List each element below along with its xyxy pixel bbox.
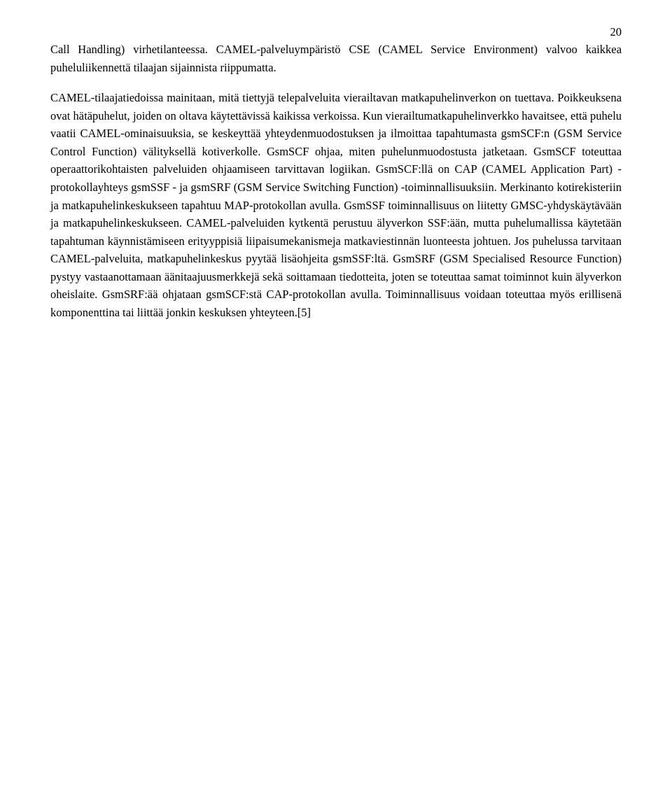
page-number: 20 [610,25,622,39]
page: 20 Call Handling) virhetilanteessa. CAME… [0,0,672,797]
paragraph-2: CAMEL-tilaajatiedoissa mainitaan, mitä t… [50,89,622,321]
content-area: Call Handling) virhetilanteessa. CAMEL-p… [50,41,622,321]
paragraph-1: Call Handling) virhetilanteessa. CAMEL-p… [50,41,622,76]
